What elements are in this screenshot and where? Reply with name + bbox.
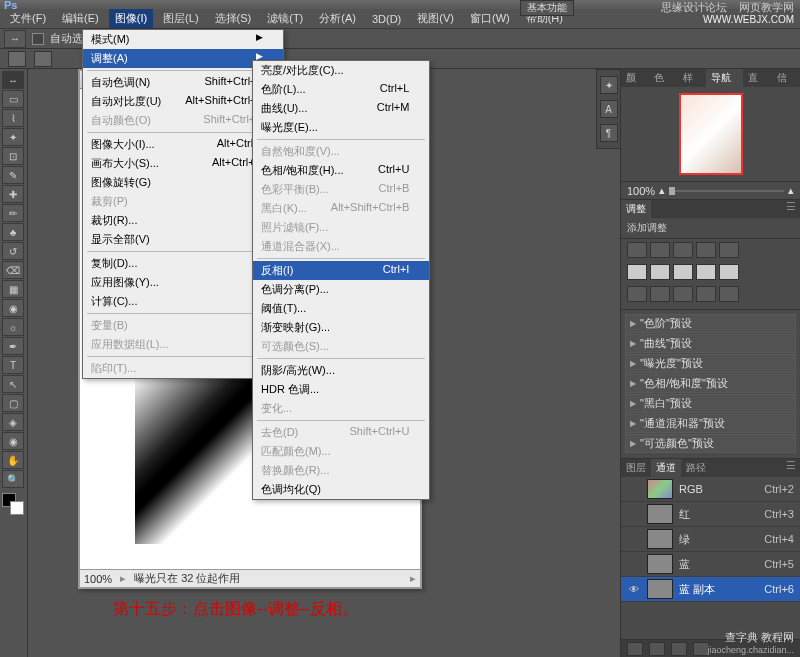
tab-swatches[interactable]: 色板 bbox=[649, 69, 677, 87]
dock-icon[interactable]: ✦ bbox=[600, 76, 618, 94]
menuitem[interactable]: 反相(I)Ctrl+I bbox=[253, 261, 429, 280]
tab-histogram[interactable]: 直方 bbox=[743, 69, 771, 87]
tab-navigator[interactable]: 导航器 bbox=[706, 69, 743, 87]
preset-item[interactable]: ▶"色相/饱和度"预设 bbox=[625, 374, 796, 393]
adj-levels-icon[interactable] bbox=[650, 242, 670, 258]
tab-color[interactable]: 颜色 bbox=[621, 69, 649, 87]
preset-item[interactable]: ▶"色阶"预设 bbox=[625, 314, 796, 333]
channel-row[interactable]: 蓝Ctrl+5 bbox=[621, 552, 800, 577]
menuitem[interactable]: 模式(M)▶ bbox=[83, 30, 283, 49]
tab-channels[interactable]: 通道 bbox=[651, 459, 681, 477]
visibility-icon[interactable] bbox=[627, 532, 641, 546]
preset-item[interactable]: ▶"黑白"预设 bbox=[625, 394, 796, 413]
panel-menu-icon[interactable]: ☰ bbox=[786, 459, 800, 475]
blur-tool-icon[interactable]: ◉ bbox=[2, 299, 24, 317]
heal-tool-icon[interactable]: ✚ bbox=[2, 185, 24, 203]
menu-edit[interactable]: 编辑(E) bbox=[56, 9, 105, 28]
tab-info[interactable]: 信息 bbox=[772, 69, 800, 87]
adj-invert-icon[interactable] bbox=[627, 286, 647, 302]
3d-tool-icon[interactable]: ◈ bbox=[2, 413, 24, 431]
menuitem[interactable]: 亮度/对比度(C)... bbox=[253, 61, 429, 80]
tab-paths[interactable]: 路径 bbox=[681, 459, 711, 477]
workspace-badge[interactable]: 基本功能 bbox=[520, 0, 574, 16]
menuitem[interactable]: 色相/饱和度(H)...Ctrl+U bbox=[253, 161, 429, 180]
wand-tool-icon[interactable]: ✦ bbox=[2, 128, 24, 146]
visibility-icon[interactable] bbox=[627, 507, 641, 521]
ch-to-selection-icon[interactable] bbox=[627, 642, 643, 656]
adj-exposure-icon[interactable] bbox=[696, 242, 716, 258]
adj-brightness-icon[interactable] bbox=[627, 242, 647, 258]
menu-window[interactable]: 窗口(W) bbox=[464, 9, 516, 28]
menuitem[interactable]: 曲线(U)...Ctrl+M bbox=[253, 99, 429, 118]
tab-styles[interactable]: 样式 bbox=[678, 69, 706, 87]
zoom-out-icon[interactable]: ▴ bbox=[659, 184, 665, 197]
tab-layers[interactable]: 图层 bbox=[621, 459, 651, 477]
brush-tool-icon[interactable]: ✏ bbox=[2, 204, 24, 222]
dock-icon[interactable]: A bbox=[600, 100, 618, 118]
menu-analyze[interactable]: 分析(A) bbox=[313, 9, 362, 28]
3d-cam-tool-icon[interactable]: ◉ bbox=[2, 432, 24, 450]
menuitem[interactable]: 曝光度(E)... bbox=[253, 118, 429, 137]
preset-item[interactable]: ▶"通道混和器"预设 bbox=[625, 414, 796, 433]
channel-row[interactable]: 绿Ctrl+4 bbox=[621, 527, 800, 552]
adj-poster-icon[interactable] bbox=[650, 286, 670, 302]
navigator-thumb[interactable] bbox=[679, 93, 743, 175]
adj-thresh-icon[interactable] bbox=[673, 286, 693, 302]
zoom-tool-icon[interactable]: 🔍 bbox=[2, 470, 24, 488]
stamp-tool-icon[interactable]: ♣ bbox=[2, 223, 24, 241]
menu-layer[interactable]: 图层(L) bbox=[157, 9, 204, 28]
menuitem[interactable]: HDR 色调... bbox=[253, 380, 429, 399]
tab-adjustments[interactable]: 调整 bbox=[621, 200, 651, 218]
marquee-tool-icon[interactable]: ▭ bbox=[2, 90, 24, 108]
move-tool-icon[interactable]: ↔ bbox=[2, 71, 24, 89]
menu-3d[interactable]: 3D(D) bbox=[366, 11, 407, 27]
zoom-in-icon[interactable]: ▴ bbox=[788, 184, 794, 197]
eraser-tool-icon[interactable]: ⌫ bbox=[2, 261, 24, 279]
adj-hue-icon[interactable] bbox=[627, 264, 647, 280]
gradient-tool-icon[interactable]: ▦ bbox=[2, 280, 24, 298]
history-brush-icon[interactable]: ↺ bbox=[2, 242, 24, 260]
menu-image[interactable]: 图像(I) bbox=[109, 9, 153, 28]
zoom-slider[interactable] bbox=[669, 190, 784, 192]
adj-gradmap-icon[interactable] bbox=[696, 286, 716, 302]
visibility-icon[interactable] bbox=[627, 557, 641, 571]
adj-bw-icon[interactable] bbox=[673, 264, 693, 280]
autoselect-checkbox[interactable] bbox=[32, 33, 44, 45]
preset-item[interactable]: ▶"可选颜色"预设 bbox=[625, 434, 796, 453]
nav-zoom-value[interactable]: 100% bbox=[627, 185, 655, 197]
adj-curves-icon[interactable] bbox=[673, 242, 693, 258]
menuitem[interactable]: 色调均化(Q) bbox=[253, 480, 429, 499]
ch-mask-icon[interactable] bbox=[649, 642, 665, 656]
menu-select[interactable]: 选择(S) bbox=[209, 9, 258, 28]
eyedropper-tool-icon[interactable]: ✎ bbox=[2, 166, 24, 184]
channel-row[interactable]: 红Ctrl+3 bbox=[621, 502, 800, 527]
preset-item[interactable]: ▶"曲线"预设 bbox=[625, 334, 796, 353]
menuitem[interactable]: 色调分离(P)... bbox=[253, 280, 429, 299]
dodge-tool-icon[interactable]: ☼ bbox=[2, 318, 24, 336]
adj-vibrance-icon[interactable] bbox=[719, 242, 739, 258]
type-tool-icon[interactable]: T bbox=[2, 356, 24, 374]
visibility-icon[interactable]: 👁 bbox=[627, 582, 641, 596]
adj-selective-icon[interactable] bbox=[719, 286, 739, 302]
menuitem[interactable]: 渐变映射(G)... bbox=[253, 318, 429, 337]
crop-tool-icon[interactable]: ⊡ bbox=[2, 147, 24, 165]
lasso-tool-icon[interactable]: ⌇ bbox=[2, 109, 24, 127]
adj-photo-icon[interactable] bbox=[696, 264, 716, 280]
menuitem[interactable]: 阴影/高光(W)... bbox=[253, 361, 429, 380]
menu-file[interactable]: 文件(F) bbox=[4, 9, 52, 28]
adj-mixer-icon[interactable] bbox=[719, 264, 739, 280]
menuitem[interactable]: 阈值(T)... bbox=[253, 299, 429, 318]
preset-item[interactable]: ▶"曝光度"预设 bbox=[625, 354, 796, 373]
menu-view[interactable]: 视图(V) bbox=[411, 9, 460, 28]
channel-row[interactable]: 👁蓝 副本Ctrl+6 bbox=[621, 577, 800, 602]
adj-balance-icon[interactable] bbox=[650, 264, 670, 280]
move-tool-icon[interactable]: ↔ bbox=[4, 30, 26, 48]
visibility-icon[interactable] bbox=[627, 482, 641, 496]
panel-menu-icon[interactable]: ☰ bbox=[786, 200, 800, 216]
shape-tool-icon[interactable]: ▢ bbox=[2, 394, 24, 412]
zoom-value[interactable]: 100% bbox=[84, 573, 112, 585]
dock-icon[interactable]: ¶ bbox=[600, 124, 618, 142]
color-swatch[interactable] bbox=[2, 493, 24, 515]
channel-row[interactable]: RGBCtrl+2 bbox=[621, 477, 800, 502]
hand-tool-icon[interactable]: ✋ bbox=[2, 451, 24, 469]
